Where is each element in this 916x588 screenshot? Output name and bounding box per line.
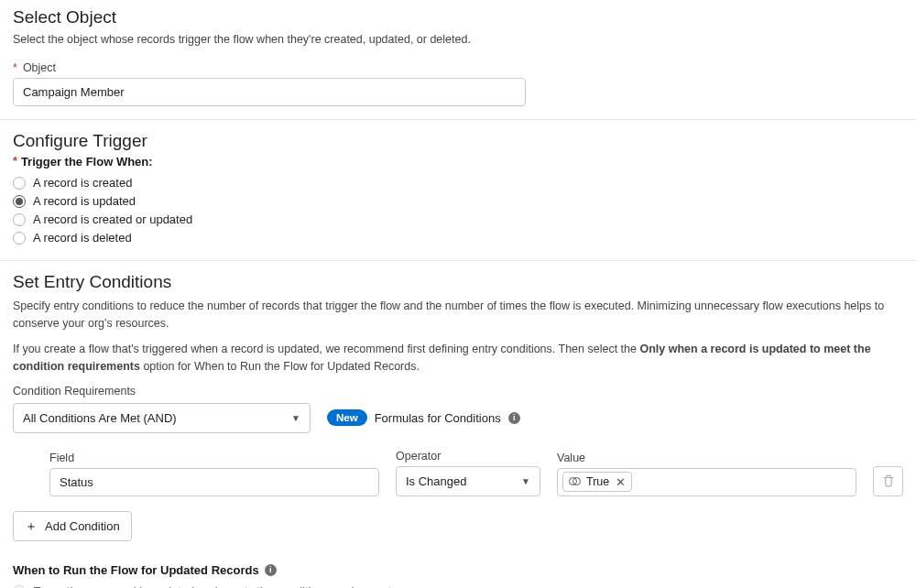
radio-record-created[interactable]: A record is created xyxy=(13,174,903,192)
when-to-run-block: When to Run the Flow for Updated Records… xyxy=(13,563,903,588)
formulas-for-conditions-label: Formulas for Conditions xyxy=(375,411,501,425)
radio-every-time-updated[interactable]: Every time a record is updated and meets… xyxy=(13,583,903,588)
add-condition-button[interactable]: ＋ Add Condition xyxy=(13,511,132,541)
remove-token-icon[interactable]: ✕ xyxy=(616,475,626,489)
trigger-group-label: * Trigger the Flow When: xyxy=(13,155,903,169)
when-to-run-radio-group: Every time a record is updated and meets… xyxy=(13,583,903,588)
condition-requirements-select[interactable]: All Conditions Are Met (AND) ▼ xyxy=(13,403,311,433)
condition-field-label: Field xyxy=(49,452,379,464)
entry-conditions-title: Set Entry Conditions xyxy=(13,272,903,292)
configure-trigger-title: Configure Trigger xyxy=(13,131,903,151)
radio-record-created-or-updated[interactable]: A record is created or updated xyxy=(13,211,903,229)
entry-conditions-desc: Specify entry conditions to reduce the n… xyxy=(13,298,903,376)
condition-operator-select[interactable]: Is Changed ▼ xyxy=(396,466,540,496)
required-indicator: * xyxy=(13,155,17,169)
section-configure-trigger: Configure Trigger * Trigger the Flow Whe… xyxy=(13,120,903,260)
section-entry-conditions: Set Entry Conditions Specify entry condi… xyxy=(13,261,903,588)
when-to-run-title: When to Run the Flow for Updated Records… xyxy=(13,563,903,577)
trash-icon xyxy=(882,474,895,487)
section-select-object: Select Object Select the object whose re… xyxy=(13,5,903,119)
info-icon[interactable]: i xyxy=(265,564,277,576)
required-indicator: * xyxy=(13,61,17,74)
boolean-icon xyxy=(569,477,582,486)
condition-value-input[interactable]: True ✕ xyxy=(557,468,856,496)
object-input[interactable]: Campaign Member xyxy=(13,78,526,106)
radio-record-updated[interactable]: A record is updated xyxy=(13,192,903,211)
select-object-desc: Select the object whose records trigger … xyxy=(13,31,903,49)
object-field-label: * Object xyxy=(13,61,526,74)
radio-record-deleted[interactable]: A record is deleted xyxy=(13,229,903,247)
delete-condition-button[interactable] xyxy=(873,466,903,496)
plus-icon: ＋ xyxy=(25,519,38,532)
trigger-radio-group: A record is created A record is updated … xyxy=(13,174,903,247)
select-object-title: Select Object xyxy=(13,7,903,27)
chevron-down-icon: ▼ xyxy=(521,476,530,486)
condition-row: Field Status Operator Is Changed ▼ Value… xyxy=(13,450,903,496)
condition-requirements-label: Condition Requirements xyxy=(13,385,903,397)
value-token[interactable]: True ✕ xyxy=(562,472,632,492)
new-badge: New xyxy=(327,409,367,426)
info-icon[interactable]: i xyxy=(508,412,520,424)
condition-field-input[interactable]: Status xyxy=(49,468,379,496)
condition-operator-label: Operator xyxy=(396,450,540,463)
condition-value-label: Value xyxy=(557,452,856,464)
chevron-down-icon: ▼ xyxy=(291,413,300,423)
